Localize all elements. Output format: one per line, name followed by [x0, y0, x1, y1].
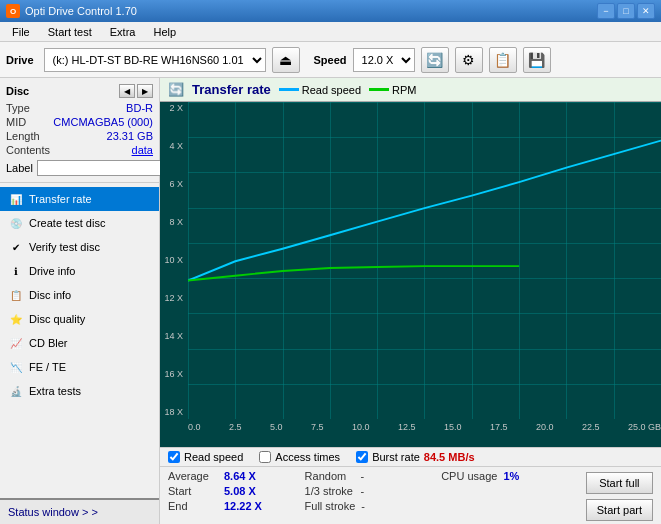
- start-full-button[interactable]: Start full: [586, 472, 653, 494]
- x-label-22_5: 22.5: [582, 422, 600, 432]
- nav-item-transfer-rate[interactable]: 📊Transfer rate: [0, 187, 159, 211]
- x-label-20: 20.0: [536, 422, 554, 432]
- disc-icons: ◀ ▶: [119, 84, 153, 98]
- y-label-8: 8 X: [162, 218, 186, 227]
- nav-label-verify-test-disc: Verify test disc: [29, 241, 100, 253]
- mid-row: MID CMCMAGBA5 (000): [6, 116, 153, 128]
- maximize-button[interactable]: □: [617, 3, 635, 19]
- mid-value: CMCMAGBA5 (000): [53, 116, 153, 128]
- chart-header: 🔄 Transfer rate Read speed RPM: [160, 78, 661, 102]
- random-label: Random: [305, 470, 355, 482]
- app-title: Opti Drive Control 1.70: [25, 5, 137, 17]
- y-label-10: 10 X: [162, 256, 186, 265]
- save-button[interactable]: 💾: [523, 47, 551, 73]
- legend-rpm-color: [369, 88, 389, 91]
- y-label-2: 2 X: [162, 104, 186, 113]
- y-label-4: 4 X: [162, 142, 186, 151]
- title-controls: − □ ✕: [597, 3, 655, 19]
- left-panel: Disc ◀ ▶ Type BD-R MID CMCMAGBA5 (000) L…: [0, 78, 160, 524]
- label-input[interactable]: [37, 160, 170, 176]
- read-speed-cb-label: Read speed: [184, 451, 243, 463]
- access-times-cb-label: Access times: [275, 451, 340, 463]
- x-label-17_5: 17.5: [490, 422, 508, 432]
- random-value: -: [361, 470, 365, 482]
- drive-selector[interactable]: (k:) HL-DT-ST BD-RE WH16NS60 1.01: [44, 48, 266, 72]
- one-third-stat: 1/3 stroke -: [305, 485, 442, 497]
- end-label: End: [168, 500, 218, 512]
- average-value: 8.64 X: [224, 470, 256, 482]
- disc-icon-btn-2[interactable]: ▶: [137, 84, 153, 98]
- cpu-stat: CPU usage 1%: [441, 470, 578, 482]
- stats-group-mid: Random - 1/3 stroke - Full stroke -: [305, 470, 442, 521]
- access-times-checkbox[interactable]: [259, 451, 271, 463]
- nav-icon-disc-quality: ⭐: [9, 312, 23, 326]
- y-label-6: 6 X: [162, 180, 186, 189]
- x-label-2_5: 2.5: [229, 422, 242, 432]
- contents-value[interactable]: data: [132, 144, 153, 156]
- cpu-value: 1%: [503, 470, 519, 482]
- disc-title: Disc: [6, 85, 29, 97]
- random-stat: Random -: [305, 470, 442, 482]
- legend-rpm: RPM: [369, 84, 416, 96]
- disc-icon-btn-1[interactable]: ◀: [119, 84, 135, 98]
- menu-extra[interactable]: Extra: [102, 24, 144, 40]
- start-stat: Start 5.08 X: [168, 485, 305, 497]
- refresh-button[interactable]: 🔄: [421, 47, 449, 73]
- nav-item-cd-bler[interactable]: 📈CD Bler: [0, 331, 159, 355]
- burst-rate-value: 84.5 MB/s: [424, 451, 475, 463]
- mid-label: MID: [6, 116, 26, 128]
- nav-item-create-test-disc[interactable]: 💿Create test disc: [0, 211, 159, 235]
- action-buttons: Start full Start part: [586, 470, 653, 521]
- minimize-button[interactable]: −: [597, 3, 615, 19]
- menu-file[interactable]: File: [4, 24, 38, 40]
- start-value: 5.08 X: [224, 485, 256, 497]
- x-label-10: 10.0: [352, 422, 370, 432]
- nav-label-create-test-disc: Create test disc: [29, 217, 105, 229]
- main-container: Disc ◀ ▶ Type BD-R MID CMCMAGBA5 (000) L…: [0, 78, 661, 524]
- app-icon: O: [6, 4, 20, 18]
- nav-icon-fe-te: 📉: [9, 360, 23, 374]
- nav-item-disc-info[interactable]: 📋Disc info: [0, 283, 159, 307]
- length-row: Length 23.31 GB: [6, 130, 153, 142]
- nav-item-verify-test-disc[interactable]: ✔Verify test disc: [0, 235, 159, 259]
- nav-item-extra-tests[interactable]: 🔬Extra tests: [0, 379, 159, 403]
- end-stat: End 12.22 X: [168, 500, 305, 512]
- chart-container: 18 X 16 X 14 X 12 X 10 X 8 X 6 X 4 X 2 X…: [160, 102, 661, 447]
- access-times-checkbox-item: Access times: [259, 451, 340, 463]
- menu-bar: File Start test Extra Help: [0, 22, 661, 42]
- nav-label-disc-info: Disc info: [29, 289, 71, 301]
- status-window-link[interactable]: Status window > >: [0, 498, 159, 524]
- settings-button[interactable]: ⚙: [455, 47, 483, 73]
- nav-icon-drive-info: ℹ: [9, 264, 23, 278]
- chart-svg: [188, 102, 661, 314]
- nav-item-fe-te[interactable]: 📉FE / TE: [0, 355, 159, 379]
- contents-row: Contents data: [6, 144, 153, 156]
- average-label: Average: [168, 470, 218, 482]
- eject-button[interactable]: ⏏: [272, 47, 300, 73]
- nav-label-cd-bler: CD Bler: [29, 337, 68, 349]
- nav-icon-cd-bler: 📈: [9, 336, 23, 350]
- nav-item-disc-quality[interactable]: ⭐Disc quality: [0, 307, 159, 331]
- burst-rate-checkbox[interactable]: [356, 451, 368, 463]
- speed-selector[interactable]: 12.0 X: [353, 48, 415, 72]
- nav-label-fe-te: FE / TE: [29, 361, 66, 373]
- speed-label: Speed: [314, 54, 347, 66]
- stats-group-left: Average 8.64 X Start 5.08 X End 12.22 X: [168, 470, 305, 521]
- x-label-7_5: 7.5: [311, 422, 324, 432]
- toolbar: Drive (k:) HL-DT-ST BD-RE WH16NS60 1.01 …: [0, 42, 661, 78]
- start-part-button[interactable]: Start part: [586, 499, 653, 521]
- length-label: Length: [6, 130, 40, 142]
- close-button[interactable]: ✕: [637, 3, 655, 19]
- nav-item-drive-info[interactable]: ℹDrive info: [0, 259, 159, 283]
- read-speed-checkbox[interactable]: [168, 451, 180, 463]
- one-third-value: -: [361, 485, 365, 497]
- full-stroke-label: Full stroke: [305, 500, 356, 512]
- label-row: Label 🔍: [6, 160, 153, 176]
- type-value: BD-R: [126, 102, 153, 114]
- disc-header: Disc ◀ ▶: [6, 84, 153, 98]
- menu-start-test[interactable]: Start test: [40, 24, 100, 40]
- info-button[interactable]: 📋: [489, 47, 517, 73]
- y-label-16: 16 X: [162, 370, 186, 379]
- nav-icon-transfer-rate: 📊: [9, 192, 23, 206]
- menu-help[interactable]: Help: [145, 24, 184, 40]
